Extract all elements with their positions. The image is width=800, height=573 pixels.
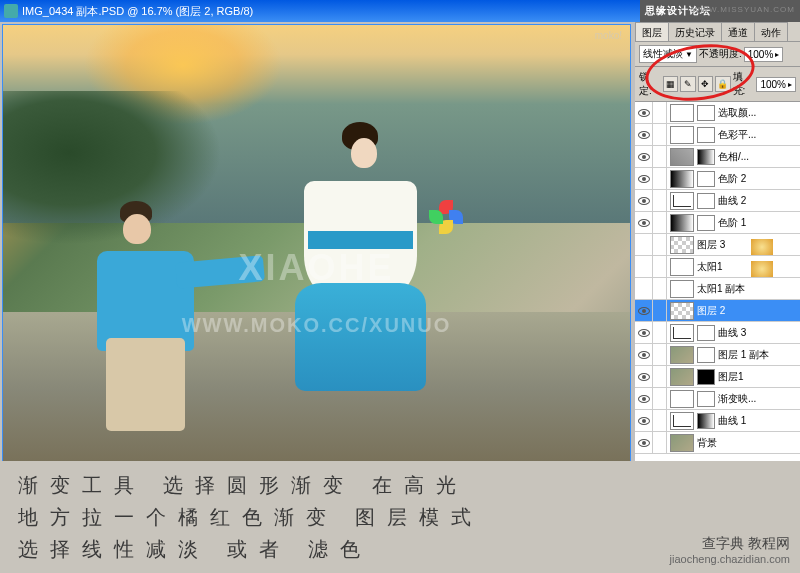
lock-all-icon[interactable]: 🔒	[715, 76, 730, 92]
tab-layers[interactable]: 图层	[635, 22, 669, 41]
visibility-toggle[interactable]	[635, 124, 653, 145]
visibility-toggle[interactable]	[635, 256, 653, 277]
brand-url: WWW.MISSYUAN.COM	[692, 5, 795, 14]
layer-name: 曲线 1	[718, 414, 800, 428]
layers-list[interactable]: 选取颜...色彩平...色相/...色阶 2曲线 2色阶 1图层 3太阳1太阳1…	[635, 102, 800, 472]
layer-row[interactable]: 渐变映...	[635, 388, 800, 410]
layer-row[interactable]: 色相/...	[635, 146, 800, 168]
layer-thumbnail[interactable]	[670, 104, 694, 122]
image-canvas[interactable]: moko! XIAOHE WWW.MOKO.CC/XUNUO	[2, 24, 631, 467]
layer-row[interactable]: 选取颜...	[635, 102, 800, 124]
layer-thumbnail[interactable]	[670, 192, 694, 210]
layer-thumbnail[interactable]	[670, 434, 694, 452]
link-col	[653, 432, 667, 453]
opacity-input[interactable]: 100% ▸	[744, 47, 784, 62]
layer-thumbnail[interactable]	[670, 346, 694, 364]
mask-thumbnail[interactable]	[697, 105, 715, 121]
eye-icon	[638, 153, 650, 161]
link-col	[653, 278, 667, 299]
link-col	[653, 190, 667, 211]
link-col	[653, 388, 667, 409]
visibility-toggle[interactable]	[635, 102, 653, 123]
layer-name: 图层 1 副本	[718, 348, 800, 362]
lock-move-icon[interactable]: ✥	[698, 76, 713, 92]
layer-row[interactable]: 色阶 1	[635, 212, 800, 234]
mask-thumbnail[interactable]	[697, 413, 715, 429]
visibility-toggle[interactable]	[635, 410, 653, 431]
eye-icon	[638, 109, 650, 117]
mask-thumbnail[interactable]	[697, 149, 715, 165]
moko-watermark: moko!	[595, 30, 622, 41]
layer-thumbnail[interactable]	[670, 236, 694, 254]
visibility-toggle[interactable]	[635, 278, 653, 299]
link-col	[653, 300, 667, 321]
link-col	[653, 256, 667, 277]
layer-row[interactable]: 色阶 2	[635, 168, 800, 190]
layer-name: 图层 3	[697, 238, 800, 252]
layer-row[interactable]: 曲线 3	[635, 322, 800, 344]
document-title: IMG_0434 副本.PSD @ 16.7% (图层 2, RGB/8)	[22, 4, 253, 19]
layer-row[interactable]: 太阳1	[635, 256, 800, 278]
link-col	[653, 234, 667, 255]
fill-input[interactable]: 100% ▸	[756, 77, 796, 92]
lock-pixels-icon[interactable]: ▦	[663, 76, 678, 92]
layer-thumbnail[interactable]	[670, 258, 694, 276]
visibility-toggle[interactable]	[635, 168, 653, 189]
layer-thumbnail[interactable]	[670, 214, 694, 232]
layer-row[interactable]: 曲线 1	[635, 410, 800, 432]
mask-thumbnail[interactable]	[697, 325, 715, 341]
visibility-toggle[interactable]	[635, 212, 653, 233]
opacity-value: 100%	[748, 49, 774, 60]
layer-thumbnail[interactable]	[670, 170, 694, 188]
layer-row[interactable]: 曲线 2	[635, 190, 800, 212]
layer-thumbnail[interactable]	[670, 280, 694, 298]
lock-label: 锁定:	[639, 70, 661, 98]
layer-thumbnail[interactable]	[670, 324, 694, 342]
layer-thumbnail[interactable]	[670, 368, 694, 386]
mask-thumbnail[interactable]	[697, 369, 715, 385]
layer-thumbnail[interactable]	[670, 302, 694, 320]
visibility-toggle[interactable]	[635, 366, 653, 387]
eye-icon	[638, 373, 650, 381]
visibility-toggle[interactable]	[635, 344, 653, 365]
mask-thumbnail[interactable]	[697, 193, 715, 209]
visibility-toggle[interactable]	[635, 388, 653, 409]
link-col	[653, 212, 667, 233]
fill-label: 填充:	[733, 70, 755, 98]
layer-row[interactable]: 图层 3	[635, 234, 800, 256]
document-icon	[4, 4, 18, 18]
layer-row[interactable]: 图层 1 副本	[635, 344, 800, 366]
blend-mode-dropdown[interactable]: 线性减淡 ▼	[639, 45, 697, 63]
visibility-toggle[interactable]	[635, 146, 653, 167]
mask-thumbnail[interactable]	[697, 127, 715, 143]
mask-thumbnail[interactable]	[697, 171, 715, 187]
eye-icon	[638, 131, 650, 139]
visibility-toggle[interactable]	[635, 300, 653, 321]
layer-thumbnail[interactable]	[670, 126, 694, 144]
panel-tabs: 图层 历史记录 通道 动作	[635, 22, 800, 42]
visibility-toggle[interactable]	[635, 432, 653, 453]
link-col	[653, 366, 667, 387]
layer-thumbnail[interactable]	[670, 148, 694, 166]
tab-history[interactable]: 历史记录	[668, 22, 722, 41]
visibility-toggle[interactable]	[635, 234, 653, 255]
source-mark: 查字典 教程网 jiaocheng.chazidian.com	[670, 535, 790, 565]
eye-icon	[638, 307, 650, 315]
layer-row[interactable]: 背景	[635, 432, 800, 454]
visibility-toggle[interactable]	[635, 322, 653, 343]
layer-row[interactable]: 色彩平...	[635, 124, 800, 146]
visibility-toggle[interactable]	[635, 190, 653, 211]
mask-thumbnail[interactable]	[697, 347, 715, 363]
mask-thumbnail[interactable]	[697, 215, 715, 231]
layer-row[interactable]: 图层 2	[635, 300, 800, 322]
layer-row[interactable]: 图层1	[635, 366, 800, 388]
tab-channels[interactable]: 通道	[721, 22, 755, 41]
tab-actions[interactable]: 动作	[754, 22, 788, 41]
layer-thumbnail[interactable]	[670, 412, 694, 430]
layer-thumbnail[interactable]	[670, 390, 694, 408]
layer-row[interactable]: 太阳1 副本	[635, 278, 800, 300]
watermark-url: WWW.MOKO.CC/XUNUO	[182, 313, 452, 336]
lock-brush-icon[interactable]: ✎	[680, 76, 695, 92]
mask-thumbnail[interactable]	[697, 391, 715, 407]
layer-name: 曲线 2	[718, 194, 800, 208]
